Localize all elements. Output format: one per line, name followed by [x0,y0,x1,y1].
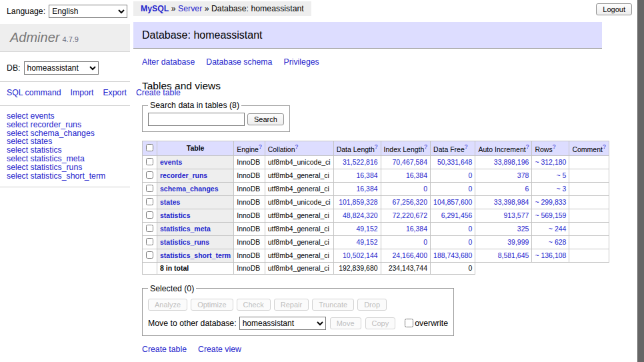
cell-value-link[interactable]: 8,581,645 [498,251,529,259]
table-link-states[interactable]: states [160,198,180,206]
cell-value-link[interactable]: ~ 569,159 [535,211,566,219]
optimize-button[interactable]: Optimize [191,299,233,311]
cell-value-link[interactable]: 104,857,600 [433,198,472,206]
cell-value-link[interactable]: 33,898,196 [494,158,529,166]
cell-value-link[interactable]: ~ 5 [557,171,567,179]
logout-button[interactable]: Logout [596,3,632,15]
move-button[interactable]: Move [330,317,361,329]
cell-value-link[interactable]: ~ 312,180 [535,158,566,166]
sidebar-action-export[interactable]: Export [103,88,127,97]
cell-value-link[interactable]: ~ 3 [557,185,567,193]
cell-value-link[interactable]: ~ 244 [549,225,567,233]
cell-value-link[interactable]: 0 [469,238,473,246]
cell-value-link[interactable]: 0 [469,225,473,233]
table-link-statistics-meta[interactable]: statistics_meta [160,225,211,233]
cell-value-link[interactable]: 31,522,816 [343,158,378,166]
row-checkbox[interactable] [146,225,153,232]
breadcrumb-mysql[interactable]: MySQL [141,4,169,13]
cell-value-link[interactable]: ~ 136,108 [535,251,566,259]
cell-value-link[interactable]: 0 [423,238,427,246]
cell-value-link[interactable]: 101,859,328 [339,198,377,206]
create-create-view[interactable]: Create view [198,345,241,354]
language-select[interactable]: English [49,5,127,18]
search-input[interactable] [148,113,245,126]
row-checkbox[interactable] [146,238,153,245]
table-link-events[interactable]: events [160,158,182,166]
cell-value-link[interactable]: ~ 299,833 [535,198,566,206]
cell-value-link[interactable]: 33,398,984 [494,198,529,206]
table-link-schema-changes[interactable]: schema_changes [160,185,219,193]
row-checkbox[interactable] [146,251,153,259]
move-db-select[interactable]: homeassistant [239,317,326,330]
cell-value-link[interactable]: 10,502,144 [343,251,378,259]
db-action-alter-database[interactable]: Alter database [142,57,195,67]
table-link-statistics[interactable]: statistics [160,211,191,219]
copy-button[interactable]: Copy [365,317,396,329]
overwrite-option: overwrite [402,319,448,328]
create-create-table[interactable]: Create table [142,345,187,354]
cell-value-link[interactable]: 913,577 [503,211,529,219]
sidebar-link-select-statistics-short-term[interactable]: select statistics_short_term [7,172,130,181]
cell-value-link[interactable]: 67,256,320 [392,198,427,206]
sidebar-link-select-statistics-meta[interactable]: select statistics_meta [7,155,130,163]
table-link-statistics-runs[interactable]: statistics_runs [160,238,209,246]
drop-button[interactable]: Drop [357,299,387,311]
cell-value-link[interactable]: 24,166,400 [392,251,427,259]
select-all-checkbox[interactable] [146,144,153,151]
cell-value-link[interactable]: 16,384 [406,225,427,233]
truncate-button[interactable]: Truncate [312,299,354,311]
help-link[interactable]: ? [526,143,529,150]
cell-value-link[interactable]: 378 [517,171,529,179]
row-checkbox[interactable] [146,185,153,192]
sidebar-link-select-recorder-runs[interactable]: select recorder_runs [7,121,130,129]
help-link[interactable]: ? [375,143,378,150]
db-action-database-schema[interactable]: Database schema [206,57,272,67]
cell-value-link[interactable]: 325 [517,225,529,233]
row-checkbox[interactable] [146,158,153,165]
cell-value-link[interactable]: 48,824,320 [343,211,378,219]
overwrite-checkbox[interactable] [405,319,413,327]
help-link[interactable]: ? [465,143,468,150]
row-checkbox[interactable] [146,171,153,179]
cell-value-link[interactable]: 72,220,672 [392,211,427,219]
row-checkbox[interactable] [146,198,153,205]
search-button[interactable]: Search [247,113,284,125]
analyze-button[interactable]: Analyze [148,299,187,311]
help-link[interactable]: ? [603,143,606,150]
cell-value-link[interactable]: 6,291,456 [441,211,473,219]
cell-value-link[interactable]: 0 [423,185,427,193]
cell-value-link[interactable]: 16,384 [356,171,377,179]
table-link-recorder-runs[interactable]: recorder_runs [160,171,207,179]
sidebar-link-select-statistics-runs[interactable]: select statistics_runs [7,163,130,172]
cell-value-link[interactable]: 188,743,680 [433,251,472,259]
sidebar-link-select-events[interactable]: select events [7,112,130,121]
table-link-statistics-short-term[interactable]: statistics_short_term [160,251,231,259]
help-link[interactable]: ? [424,143,427,150]
db-select[interactable]: homeassistant [24,61,99,75]
scrollbar-thumb[interactable] [637,0,644,362]
cell-value-link[interactable]: ~ 628 [549,238,567,246]
cell-value-link[interactable]: 50,331,648 [437,158,473,166]
cell-value-link[interactable]: 39,999 [507,238,529,246]
help-link[interactable]: ? [553,143,556,150]
row-checkbox[interactable] [146,211,153,219]
sidebar-action-sql-command[interactable]: SQL command [7,88,61,97]
cell-value-link[interactable]: 16,384 [406,171,427,179]
cell-value-link[interactable]: 0 [469,185,473,193]
help-link[interactable]: ? [259,143,262,150]
check-button[interactable]: Check [237,299,271,311]
cell-value-link[interactable]: 49,152 [356,238,377,246]
cell-value-link[interactable]: 0 [469,171,473,179]
total-value: InnoDB [234,262,265,274]
cell-value-link[interactable]: 6 [525,185,529,193]
db-action-privileges[interactable]: Privileges [283,57,319,67]
repair-button[interactable]: Repair [274,299,309,311]
cell-value: utf8mb4_general_ci [265,222,333,235]
cell-value-link[interactable]: 49,152 [356,225,377,233]
sidebar-action-import[interactable]: Import [71,88,94,97]
help-link[interactable]: ? [295,143,299,150]
breadcrumb-server[interactable]: Server [178,4,202,13]
cell-value-link[interactable]: 70,467,584 [392,158,427,166]
cell-value-link[interactable]: 16,384 [356,185,377,193]
cell-value [569,169,609,182]
